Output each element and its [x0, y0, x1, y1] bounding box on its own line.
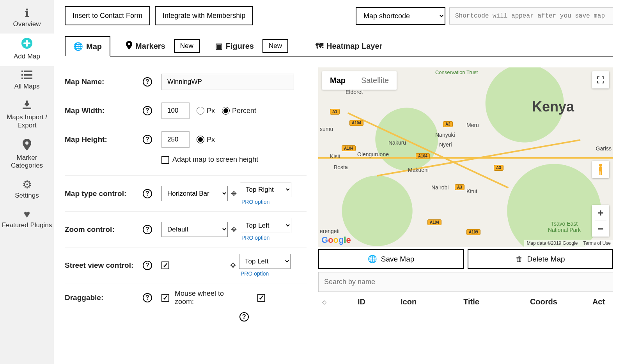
help-icon[interactable]: ? [143, 225, 152, 234]
pegman-button[interactable] [592, 161, 609, 178]
height-px-radio[interactable] [197, 136, 204, 143]
map-city-label: Bosta [334, 164, 348, 170]
map-type-map-button[interactable]: Map [322, 71, 353, 90]
map-width-label: Map Width: [65, 106, 143, 115]
marker-table-header: ◇ ID Icon Title Coords Act [318, 292, 613, 312]
col-actions[interactable]: Act [592, 297, 605, 306]
help-icon[interactable]: ? [143, 261, 152, 270]
map-settings-form: Map Name: ? Map Width: ? Px Percent Map … [65, 67, 307, 322]
sidebar-item-label: Overview [13, 20, 41, 28]
svg-rect-5 [21, 78, 23, 79]
help-icon[interactable]: ? [143, 77, 152, 87]
pro-option-label: PRO option [241, 235, 291, 241]
gear-icon: ⚙ [22, 179, 32, 190]
move-icon[interactable]: ✥ [230, 261, 236, 270]
trash-icon: 🗑 [516, 255, 523, 263]
cubes-icon: ▣ [215, 41, 223, 51]
map-type-control-select[interactable]: Horizontal Bar [161, 186, 228, 201]
sidebar-item-overview[interactable]: ℹ Overview [0, 4, 54, 34]
width-percent-radio[interactable] [222, 107, 230, 115]
insert-contact-form-button[interactable]: Insert to Contact Form [65, 6, 150, 25]
marker-icon [23, 139, 31, 152]
street-view-checkbox[interactable] [161, 262, 169, 269]
shortcode-output[interactable] [449, 7, 613, 25]
street-view-position-select[interactable]: Top Left [239, 254, 291, 269]
col-title[interactable]: Title [463, 297, 479, 306]
tab-label: Markers [135, 42, 165, 51]
map-country-label: Kenya [532, 99, 574, 115]
sidebar-item-marker-categories[interactable]: Marker Categories [0, 135, 54, 175]
sidebar-item-label: Settings [15, 192, 39, 200]
road-shield: A2 [443, 121, 453, 127]
shortcode-select[interactable]: Map shortcode [356, 7, 445, 25]
sidebar-item-import-export[interactable]: Maps Import / Export [0, 96, 54, 135]
width-px-radio[interactable] [197, 107, 204, 115]
map-height-input[interactable] [161, 131, 190, 148]
road-shield: A104 [342, 145, 356, 151]
col-icon[interactable]: Icon [401, 297, 417, 306]
tab-label: Heatmap Layer [326, 42, 382, 51]
map-name-input[interactable] [161, 74, 294, 90]
map-attribution: Map data ©2019 Google Terms of Use [524, 240, 613, 247]
map-city-label: Olenguruone [357, 151, 389, 157]
road-shield: A109 [466, 229, 480, 235]
move-icon[interactable]: ✥ [231, 225, 237, 234]
sidebar-item-all-maps[interactable]: All Maps [0, 66, 54, 96]
terms-link[interactable]: Terms of Use [583, 240, 611, 246]
svg-rect-3 [21, 74, 23, 76]
mouse-wheel-checkbox[interactable] [257, 294, 265, 302]
sidebar-item-label: Featured Plugins [2, 221, 52, 229]
map-city-label: Nakuru [388, 140, 406, 146]
tab-markers[interactable]: Markers [122, 37, 172, 55]
tab-bar: 🌐 Map Markers New ▣ Figures New 🗺 Heatma… [65, 36, 613, 57]
tab-label: Map [86, 42, 102, 51]
list-icon [21, 70, 32, 81]
help-icon[interactable]: ? [239, 312, 249, 322]
svg-rect-11 [601, 171, 602, 175]
draggable-checkbox[interactable] [161, 294, 169, 302]
svg-rect-7 [23, 108, 31, 109]
help-icon[interactable]: ? [143, 135, 152, 144]
new-figure-button[interactable]: New [262, 39, 288, 53]
svg-rect-4 [24, 74, 32, 76]
zoom-position-select[interactable]: Top Left [240, 218, 291, 233]
save-map-button[interactable]: 🌐Save Map [318, 249, 464, 269]
globe-icon: 🌐 [73, 42, 83, 51]
tab-map[interactable]: 🌐 Map [65, 36, 110, 57]
map-type-position-select[interactable]: Top Right [240, 182, 291, 197]
map-data-label: Map data ©2019 Google [526, 240, 578, 246]
col-coords[interactable]: Coords [530, 297, 557, 306]
col-id[interactable]: ID [358, 297, 365, 306]
svg-rect-9 [599, 167, 602, 171]
info-icon: ℹ [25, 8, 29, 19]
new-marker-button[interactable]: New [174, 39, 200, 53]
map-type-satellite-button[interactable]: Satellite [353, 71, 397, 90]
zoom-out-button[interactable]: − [592, 221, 609, 237]
svg-rect-10 [599, 171, 601, 175]
sidebar-item-featured-plugins[interactable]: ♥ Featured Plugins [0, 205, 54, 235]
marker-search-input[interactable] [318, 272, 613, 292]
zoom-in-button[interactable]: + [592, 205, 609, 221]
help-icon[interactable]: ? [143, 293, 152, 302]
road-shield: A104 [416, 153, 430, 159]
tab-heatmap[interactable]: 🗺 Heatmap Layer [312, 38, 389, 55]
tab-figures[interactable]: ▣ Figures [211, 37, 261, 55]
sidebar-item-add-map[interactable]: Add Map [0, 34, 54, 66]
sort-icon[interactable]: ◇ [322, 299, 326, 305]
help-icon[interactable]: ? [143, 189, 152, 198]
zoom-control-select[interactable]: Default [161, 222, 228, 237]
map-icon: 🗺 [316, 42, 323, 51]
integrate-membership-button[interactable]: Integrate with Membership [155, 6, 253, 25]
delete-map-button[interactable]: 🗑Delete Map [468, 249, 613, 269]
svg-rect-2 [24, 71, 32, 72]
map-width-input[interactable] [161, 102, 190, 119]
help-icon[interactable]: ? [143, 106, 152, 115]
adapt-height-checkbox[interactable] [161, 156, 169, 164]
radio-label: Px [207, 107, 215, 115]
move-icon[interactable]: ✥ [231, 189, 237, 198]
fullscreen-button[interactable] [592, 71, 609, 88]
map-city-label: erengeti [320, 228, 340, 234]
map-preview[interactable]: Kenya Nairobi Nakuru Eldoret Kisii Nyeri… [318, 67, 613, 247]
zoom-control-label: Zoom control: [65, 225, 143, 234]
sidebar-item-settings[interactable]: ⚙ Settings [0, 175, 54, 205]
